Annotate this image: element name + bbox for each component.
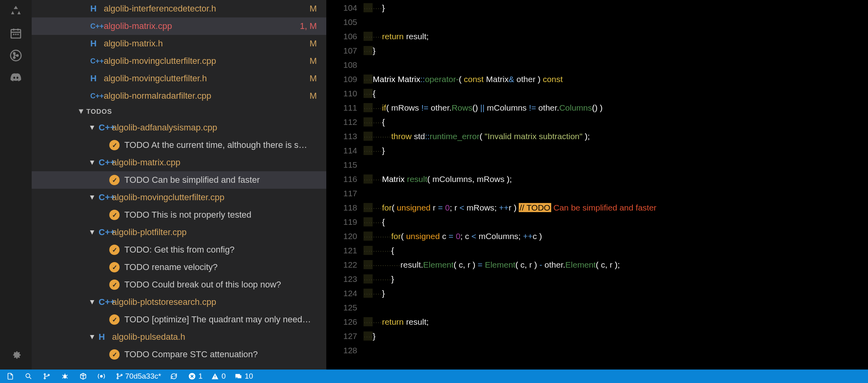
chevron-down-icon: ▶ — [89, 195, 96, 200]
todo-file-group[interactable]: ▶C++algolib-plotfilter.cpp — [32, 224, 326, 241]
file-row[interactable]: C++algolib-matrix.cpp1, M — [32, 17, 326, 35]
discord-icon[interactable] — [8, 67, 24, 89]
cpp-file-icon: C++ — [90, 57, 104, 65]
code-line[interactable]: ············} — [364, 272, 868, 286]
status-file-icon[interactable] — [6, 372, 16, 380]
todo-text: TODO [optimize] The quadrant may only ne… — [124, 314, 311, 325]
code-line[interactable]: ········return result; — [364, 315, 868, 329]
code-area[interactable]: ········}········return result;····}····… — [362, 0, 868, 383]
file-name: algolib-matrix.cpp — [104, 21, 297, 31]
file-icon: C++ — [99, 192, 112, 203]
todo-item[interactable]: ✓TODO: Get this from config? — [32, 241, 326, 259]
code-line[interactable]: ················result.Element( c, r ) =… — [364, 258, 868, 272]
todo-item[interactable]: ✓TODO This is not properly tested — [32, 206, 326, 224]
code-line[interactable]: ············{ — [364, 243, 868, 258]
todo-file-group[interactable]: ▶C++algolib-plotstoresearch.cpp — [32, 293, 326, 311]
file-icon: C++ — [99, 157, 112, 168]
status-search-icon[interactable] — [25, 372, 34, 380]
check-icon: ✓ — [109, 175, 120, 185]
chevron-down-icon: ▶ — [78, 109, 85, 114]
file-name: algolib-matrix.h — [104, 38, 306, 49]
code-line[interactable]: ············for( unsigned c = 0; c < mCo… — [364, 229, 868, 243]
status-bar: 70d5a33c* 1 0 10 — [0, 370, 868, 383]
file-row[interactable]: C++algolib-normalradarfilter.cppM — [32, 87, 326, 105]
code-line[interactable]: ····} — [364, 44, 868, 58]
file-status: M — [310, 73, 317, 84]
status-warnings[interactable]: 0 — [211, 372, 226, 381]
svg-point-30 — [215, 378, 216, 379]
code-line[interactable]: ····} — [364, 329, 868, 343]
todo-file-group[interactable]: ▶C++algolib-movingclutterfilter.cpp — [32, 189, 326, 206]
code-line[interactable] — [364, 158, 868, 172]
todo-item[interactable]: ✓TODO [optimize] The quadrant may only n… — [32, 311, 326, 328]
status-sync-icon[interactable] — [170, 372, 179, 380]
code-editor[interactable]: 1041051061071081091101111121131141151161… — [326, 0, 868, 383]
code-line[interactable]: ········return result; — [364, 29, 868, 44]
status-debug-icon[interactable] — [61, 372, 70, 380]
code-line[interactable] — [364, 186, 868, 201]
code-line[interactable]: ········} — [364, 144, 868, 158]
status-comments[interactable]: 10 — [234, 372, 253, 381]
todo-text: TODO rename velocity? — [124, 262, 218, 272]
code-line[interactable]: ····Matrix Matrix::operator-( const Matr… — [364, 72, 868, 86]
sidebar: Halgolib-interferencedetector.hMC++algol… — [32, 0, 326, 383]
code-line[interactable] — [364, 343, 868, 358]
check-icon: ✓ — [109, 140, 120, 150]
svg-line-21 — [67, 377, 68, 378]
status-package-icon[interactable] — [79, 372, 89, 380]
file-icon: C++ — [99, 123, 112, 133]
file-row[interactable]: Halgolib-matrix.hM — [32, 35, 326, 52]
svg-point-13 — [44, 373, 45, 375]
code-line[interactable]: ····{ — [364, 86, 868, 101]
file-row[interactable]: C++algolib-movingclutterfilter.cppM — [32, 52, 326, 70]
todos-section-header[interactable]: ▶ TODOS — [32, 105, 326, 119]
chevron-down-icon: ▶ — [89, 230, 96, 235]
check-icon: ✓ — [109, 210, 120, 220]
code-line[interactable]: ········Matrix result( mColumns, mRows )… — [364, 172, 868, 186]
todo-item[interactable]: ✓TODO Could break out of this loop now? — [32, 276, 326, 293]
status-radio-icon[interactable] — [97, 372, 107, 380]
status-git-branch[interactable]: 70d5a33c* — [116, 372, 161, 381]
code-line[interactable] — [364, 15, 868, 29]
todo-file-name: algolib-adfanalysismap.cpp — [112, 123, 217, 133]
todo-item[interactable]: ✓TODO rename velocity? — [32, 259, 326, 276]
todo-text: TODO Compare STC attenuation? — [124, 349, 258, 360]
todo-item[interactable]: ✓TODO At the current time, although ther… — [32, 136, 326, 154]
check-icon: ✓ — [109, 314, 120, 325]
status-branch-icon[interactable] — [43, 372, 52, 380]
todo-file-group[interactable]: ▶C++algolib-adfanalysismap.cpp — [32, 119, 326, 136]
file-row[interactable]: Halgolib-interferencedetector.hM — [32, 0, 326, 17]
source-tree-icon[interactable] — [8, 0, 24, 22]
chevron-down-icon: ▶ — [89, 335, 96, 339]
line-gutter: 1041051061071081091101111121131141151161… — [326, 0, 362, 383]
git-icon[interactable] — [8, 44, 24, 67]
code-line[interactable] — [364, 58, 868, 72]
todo-text: TODO At the current time, although there… — [124, 140, 307, 150]
svg-point-11 — [26, 373, 30, 377]
status-errors[interactable]: 1 — [188, 372, 203, 381]
code-line[interactable]: ········} — [364, 286, 868, 301]
calendar-icon[interactable] — [8, 22, 24, 44]
code-line[interactable]: ········for( unsigned r = 0; r < mRows; … — [364, 201, 868, 215]
svg-point-8 — [13, 53, 15, 54]
code-line[interactable]: ········} — [364, 1, 868, 15]
chevron-down-icon: ▶ — [89, 161, 96, 165]
code-line[interactable]: ········{ — [364, 215, 868, 229]
file-status: M — [310, 56, 317, 66]
file-row[interactable]: Halgolib-movingclutterfilter.hM — [32, 70, 326, 87]
file-icon: C++ — [99, 227, 112, 237]
code-line[interactable]: ············throw std::runtime_error( "I… — [364, 129, 868, 144]
todos-tree: ▶C++algolib-adfanalysismap.cpp✓TODO At t… — [32, 119, 326, 363]
todo-file-group[interactable]: ▶Halgolib-pulsedata.h — [32, 328, 326, 346]
code-line[interactable] — [364, 301, 868, 315]
todo-item[interactable]: ✓TODO Compare STC attenuation? — [32, 346, 326, 363]
header-file-icon: H — [90, 73, 104, 84]
code-line[interactable]: ········if( mRows != other.Rows() || mCo… — [364, 101, 868, 115]
svg-rect-32 — [238, 375, 242, 379]
todo-file-name: algolib-matrix.cpp — [112, 157, 180, 168]
todo-file-group[interactable]: ▶C++algolib-matrix.cpp — [32, 154, 326, 171]
gear-icon[interactable] — [8, 343, 24, 366]
code-line[interactable]: ········{ — [364, 115, 868, 129]
file-name: algolib-movingclutterfilter.cpp — [104, 56, 306, 66]
todo-item[interactable]: ✓TODO Can be simplified and faster — [32, 171, 326, 189]
